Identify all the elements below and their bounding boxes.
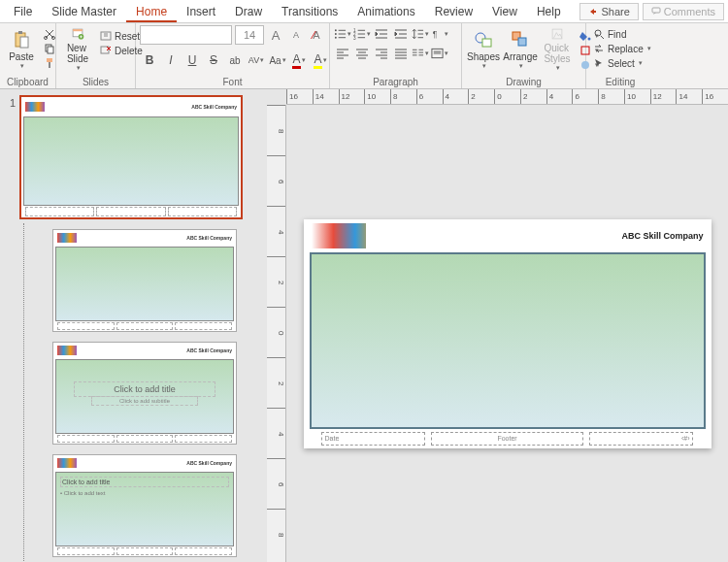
align-center-icon <box>355 47 369 60</box>
company-label: ABC Skill Company <box>186 460 232 466</box>
share-button[interactable]: Share <box>579 3 638 20</box>
logo-icon <box>25 102 45 112</box>
svg-rect-26 <box>518 38 526 46</box>
underline-button[interactable]: U <box>182 50 202 70</box>
font-size-input[interactable] <box>235 25 264 45</box>
svg-rect-11 <box>73 29 83 31</box>
cursor-icon <box>593 57 605 69</box>
menu-insert[interactable]: Insert <box>177 1 225 22</box>
group-drawing: Shapes▾ Arrange▾ Quick Styles▾ ▾ ▾ ▾ Dra… <box>462 23 586 88</box>
line-spacing-button[interactable]: ▾ <box>412 25 429 43</box>
date-placeholder[interactable]: Date <box>321 432 425 446</box>
new-slide-icon <box>68 27 87 41</box>
layout-thumbnail[interactable]: ABC Skill Company Click to add title • C… <box>52 454 237 557</box>
menu-review[interactable]: Review <box>425 1 482 22</box>
logo-icon <box>312 223 366 248</box>
align-center-button[interactable] <box>353 45 371 62</box>
numbering-icon: 123 <box>353 27 366 41</box>
char-spacing-button[interactable]: AV▾ <box>247 50 266 70</box>
logo-icon <box>57 346 77 355</box>
paste-button[interactable]: Paste▾ <box>4 25 39 74</box>
decrease-indent-button[interactable] <box>373 25 390 43</box>
group-label: Slides <box>60 76 131 88</box>
group-label: Editing <box>590 76 650 88</box>
svg-rect-7 <box>48 47 53 53</box>
menu-home[interactable]: Home <box>126 1 177 22</box>
font-color-button[interactable]: A▾ <box>289 50 309 70</box>
slide-body[interactable] <box>310 252 706 429</box>
select-button[interactable]: Select▾ <box>590 56 654 70</box>
copy-icon <box>44 43 55 54</box>
group-label: Paragraph <box>334 76 457 88</box>
outdent-icon <box>375 27 388 41</box>
svg-text:3: 3 <box>353 36 356 41</box>
menu-transitions[interactable]: Transitions <box>272 1 347 22</box>
master-thumbnail[interactable]: ABC Skill Company <box>19 95 243 219</box>
numbering-button[interactable]: 123▾ <box>353 25 371 43</box>
thumbnail-panel[interactable]: 1 ABC Skill Company ABC Skill Company <box>0 89 267 562</box>
replace-button[interactable]: Replace▾ <box>590 42 654 55</box>
line-spacing-icon <box>412 27 424 41</box>
layout-thumbnail[interactable]: ABC Skill Company Click to add title Cli… <box>52 342 237 445</box>
svg-rect-3 <box>20 37 28 48</box>
scissors-icon <box>44 28 55 40</box>
quick-styles-button[interactable]: Quick Styles▾ <box>540 25 575 74</box>
menu-file[interactable]: File <box>4 1 42 22</box>
new-slide-button[interactable]: New Slide▾ <box>60 25 95 74</box>
logo-icon <box>57 233 77 243</box>
columns-button[interactable]: ▾ <box>412 45 429 62</box>
justify-button[interactable] <box>392 45 410 62</box>
menu-help[interactable]: Help <box>527 1 571 22</box>
title-placeholder: Click to add title <box>74 381 215 397</box>
arrange-button[interactable]: Arrange▾ <box>503 25 538 74</box>
text-direction-icon: ¶ <box>431 27 444 41</box>
group-label: Drawing <box>466 76 581 88</box>
align-right-button[interactable] <box>373 45 390 62</box>
share-icon <box>588 7 598 17</box>
strike-button[interactable]: S <box>204 50 223 70</box>
slidenum-placeholder[interactable]: ‹#› <box>589 432 693 446</box>
align-left-icon <box>336 47 349 60</box>
svg-rect-0 <box>652 8 660 13</box>
align-text-button[interactable]: ▾ <box>431 45 448 62</box>
group-label: Clipboard <box>4 76 51 88</box>
bullets-button[interactable]: ▾ <box>334 25 351 43</box>
slide-canvas[interactable]: ABC Skill Company Date Footer ‹#› <box>304 219 711 448</box>
shapes-button[interactable]: Shapes▾ <box>466 25 501 74</box>
ruler-horizontal[interactable]: 1614121086420246810121416 <box>286 89 728 105</box>
ruler-vertical[interactable]: 864202468 <box>267 105 286 562</box>
text-direction-button[interactable]: ¶▾ <box>431 25 448 43</box>
highlight-button[interactable]: A▾ <box>311 50 330 70</box>
layout-thumbnail[interactable]: ABC Skill Company <box>52 229 237 332</box>
quick-styles-icon <box>547 27 567 41</box>
font-name-input[interactable] <box>140 25 232 45</box>
shadow-button[interactable]: ab <box>225 50 245 70</box>
align-left-button[interactable] <box>334 45 351 62</box>
change-case-button[interactable]: Aa▾ <box>268 50 287 70</box>
company-label: ABC Skill Company <box>621 231 703 241</box>
align-right-icon <box>375 47 388 60</box>
menu-draw[interactable]: Draw <box>225 1 272 22</box>
svg-rect-24 <box>482 39 491 47</box>
company-label: ABC Skill Company <box>186 347 232 353</box>
columns-icon <box>412 47 424 60</box>
menu-bar: File Slide Master Home Insert Draw Trans… <box>0 0 728 23</box>
menu-view[interactable]: View <box>482 1 527 22</box>
bullet-placeholder: • Click to add text <box>60 490 105 496</box>
svg-point-15 <box>335 29 337 31</box>
increase-indent-button[interactable] <box>392 25 410 43</box>
menu-animations[interactable]: Animations <box>347 1 424 22</box>
footer-placeholder[interactable]: Footer <box>431 432 583 446</box>
comments-button[interactable]: Comments <box>643 3 724 20</box>
find-button[interactable]: Find <box>590 27 654 41</box>
menu-slide-master[interactable]: Slide Master <box>42 1 126 22</box>
svg-rect-9 <box>49 62 50 68</box>
slide-editor: 1614121086420246810121416 864202468 ABC … <box>267 89 728 562</box>
bold-button[interactable]: B <box>140 50 159 70</box>
increase-font-button[interactable]: A <box>267 26 284 44</box>
shapes-icon <box>474 30 493 50</box>
clear-format-button[interactable]: A∕ <box>308 26 325 44</box>
italic-button[interactable]: I <box>161 50 181 70</box>
decrease-font-button[interactable]: A <box>287 26 305 44</box>
workspace: 1 ABC Skill Company ABC Skill Company <box>0 89 728 562</box>
